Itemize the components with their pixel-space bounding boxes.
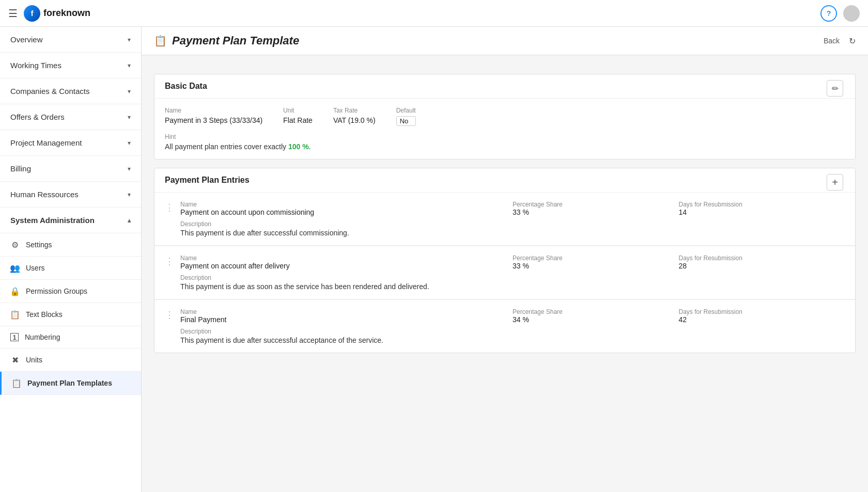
sidebar-item-settings[interactable]: ⚙ Settings [0,233,141,257]
entry-days-field: Days for Resubmission 14 [679,201,845,216]
entry-description: Description This payment is due after su… [180,220,845,237]
table-row: ⋮ Name Final Payment Percentage Share 34… [154,299,855,353]
name-value: Payment in 3 Steps (33/33/34) [165,116,262,124]
entry-days-field: Days for Resubmission 42 [679,308,845,324]
entry-days-label: Days for Resubmission [679,255,845,262]
sidebar-item-working-times[interactable]: Working Times ▾ [0,53,141,78]
entry-days-value: 28 [679,262,845,270]
entry-name-label: Name [180,308,513,315]
chevron-down-icon: ▾ [128,114,131,121]
drag-handle-icon[interactable]: ⋮ [165,255,174,267]
entry-percentage-label: Percentage Share [513,255,679,262]
page-title: Payment Plan Template [172,34,818,47]
hint-before: All payment plan entries cover exactly [165,142,288,151]
entry-days-value: 14 [679,208,845,216]
drag-handle-icon[interactable]: ⋮ [165,308,174,321]
entry-name-value: Final Payment [180,315,513,324]
desc-text: This payment is due after successful acc… [180,336,845,344]
unit-value: Flat Rate [283,116,313,124]
sidebar-item-text-blocks[interactable]: 📋 Text Blocks [0,303,141,326]
entry-days-value: 42 [679,315,845,324]
entries-add-button[interactable]: + [827,174,843,191]
entry-days-label: Days for Resubmission [679,201,845,208]
desc-text: This payment is due as soon as the servi… [180,282,845,291]
entry-percentage-field: Percentage Share 33 % [513,255,679,270]
sidebar-item-permission-groups[interactable]: 🔒 Permission Groups [0,280,141,303]
chevron-down-icon: ▾ [128,165,131,172]
main-content: 📋 Payment Plan Template Back ↻ Basic Dat… [142,27,868,492]
entry-description: Description This payment is due as soon … [180,274,845,291]
tax-rate-value: VAT (19.0 %) [333,116,376,124]
entry-name-label: Name [180,201,513,208]
numbering-icon: 1 [10,333,19,341]
entry-percentage-value: 33 % [513,208,679,216]
field-default: Default No [396,107,416,126]
sidebar-item-users[interactable]: 👥 Users [0,257,141,280]
sidebar-item-numbering[interactable]: 1 Numbering [0,326,141,348]
sidebar-item-units[interactable]: ✖ Units [0,348,141,372]
user-avatar[interactable] [843,5,860,22]
sidebar-item-offers-orders[interactable]: Offers & Orders ▾ [0,104,141,130]
entry-content: Name Payment on account after delivery P… [180,255,845,291]
chevron-down-icon: ▾ [128,88,131,95]
back-button[interactable]: Back [824,37,840,45]
main-inner: Basic Data Name Payment in 3 Steps (33/3… [142,55,868,372]
field-name: Name Payment in 3 Steps (33/33/34) [165,107,262,126]
entries-section-wrapper: Payment Plan Entries ⋮ Name Payment on a… [154,168,856,353]
entry-fields: Name Payment on account after delivery P… [180,255,845,270]
default-label: Default [396,107,416,114]
tax-rate-label: Tax Rate [333,107,376,114]
sidebar-sub-system-administration: ⚙ Settings 👥 Users 🔒 Permission Groups 📋… [0,233,141,395]
basic-data-body: Name Payment in 3 Steps (33/33/34) Unit … [154,99,855,159]
payment-entries-section: Payment Plan Entries ⋮ Name Payment on a… [154,168,856,353]
basic-data-header: Basic Data [154,74,855,99]
sidebar-item-companies-contacts[interactable]: Companies & Contacts ▾ [0,78,141,104]
basic-data-title: Basic Data [165,82,845,91]
default-value: No [396,116,416,126]
app-logo: f foreknown [24,5,90,22]
chevron-down-icon: ▾ [128,36,131,43]
chevron-up-icon: ▴ [128,217,131,224]
table-row: ⋮ Name Payment on account upon commissio… [154,193,855,246]
sidebar-item-overview[interactable]: Overview ▾ [0,27,141,53]
sidebar-item-payment-plan-templates[interactable]: 📋 Payment Plan Templates [0,372,141,395]
entry-name-value: Payment on account upon commissioning [180,208,513,216]
help-button[interactable]: ? [820,5,837,22]
sidebar-item-system-administration[interactable]: System Administration ▴ [0,208,141,233]
basic-data-section-wrapper: Basic Data Name Payment in 3 Steps (33/3… [154,74,856,160]
hint-after: . [309,142,311,151]
logo-icon: f [24,5,40,22]
sidebar-item-project-management[interactable]: Project Management ▾ [0,130,141,156]
sidebar: Overview ▾ Working Times ▾ Companies & C… [0,27,142,492]
text-blocks-icon: 📋 [10,310,20,319]
entry-fields: Name Payment on account upon commissioni… [180,201,845,216]
chevron-down-icon: ▾ [128,191,131,198]
entry-name-field: Name Payment on account after delivery [180,255,513,270]
users-icon: 👥 [10,263,20,273]
topbar: ☰ f foreknown ? [0,0,868,27]
entry-fields: Name Final Payment Percentage Share 34 %… [180,308,845,324]
hint-highlight: 100 % [288,142,309,151]
hint-row: Hint All payment plan entries cover exac… [165,133,845,151]
entry-days-field: Days for Resubmission 28 [679,255,845,270]
entry-content: Name Payment on account upon commissioni… [180,201,845,237]
name-label: Name [165,107,262,114]
sidebar-item-billing[interactable]: Billing ▾ [0,156,141,182]
table-row: ⋮ Name Payment on account after delivery… [154,246,855,299]
entry-description: Description This payment is due after su… [180,328,845,344]
page-icon: 📋 [154,35,167,47]
field-tax-rate: Tax Rate VAT (19.0 %) [333,107,376,126]
hint-label: Hint [165,133,845,140]
drag-handle-icon[interactable]: ⋮ [165,201,174,213]
entry-percentage-label: Percentage Share [513,308,679,315]
desc-label: Description [180,328,845,335]
basic-data-fields: Name Payment in 3 Steps (33/33/34) Unit … [165,107,845,126]
sidebar-item-human-ressources[interactable]: Human Ressources ▾ [0,182,141,208]
hamburger-menu-icon[interactable]: ☰ [8,7,18,20]
basic-data-edit-button[interactable]: ✏ [827,80,843,97]
refresh-button[interactable]: ↻ [849,36,856,46]
lock-icon: 🔒 [10,287,20,296]
entry-content: Name Final Payment Percentage Share 34 %… [180,308,845,344]
chevron-down-icon: ▾ [128,62,131,69]
unit-label: Unit [283,107,313,114]
